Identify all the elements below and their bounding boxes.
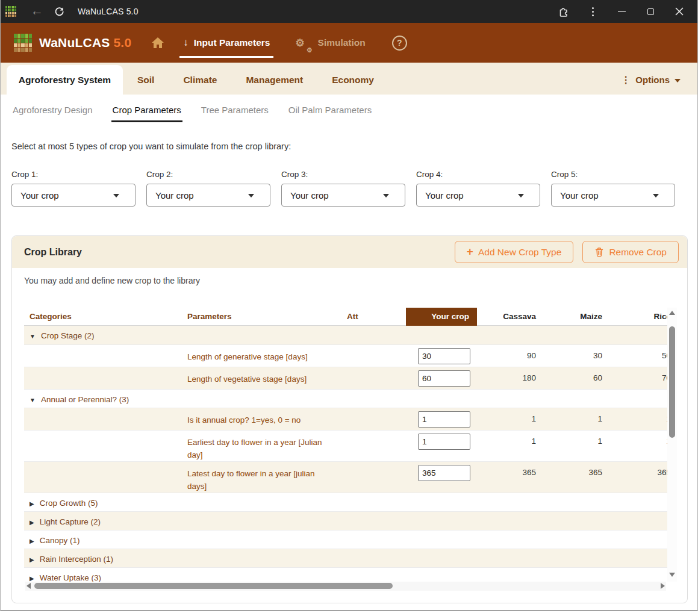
tab-label: Climate (183, 75, 217, 86)
tab-soil[interactable]: Soil (123, 65, 169, 95)
param-label: Latest day to flower in a year [julian d… (182, 462, 341, 493)
tab-economy[interactable]: Economy (317, 65, 388, 95)
crop-1-label: Crop 1: (11, 170, 136, 179)
tab-label: Soil (137, 75, 154, 86)
your-crop-input[interactable] (418, 370, 470, 387)
tab-agroforestry-system[interactable]: Agroforestry System (7, 65, 123, 95)
subtab-oil-palm-parameters[interactable]: Oil Palm Parameters (287, 95, 373, 120)
category-row-canopy[interactable]: ▶Canopy (1) (24, 530, 667, 549)
category-row-rain-interception[interactable]: ▶Rain Interception (1) (24, 549, 667, 567)
crop-4-label: Crop 4: (416, 170, 540, 179)
crop-4-group: Crop 4: Your crop (416, 170, 540, 207)
reload-icon[interactable] (54, 7, 64, 17)
nav-input-parameters[interactable]: ↓ Input Parameters (181, 23, 272, 63)
your-crop-input[interactable] (418, 348, 470, 364)
param-row: Length of generative stage [days] 90 30 … (24, 344, 667, 367)
category-label: Water Uptake (3) (40, 573, 101, 582)
rice-value: 1 (606, 431, 667, 461)
main-tab-bar: Agroforestry System Soil Climate Managem… (1, 63, 697, 95)
subtab-agroforestry-design[interactable]: Agroforestry Design (11, 95, 94, 120)
wanulcas-logo-icon (14, 34, 32, 52)
category-row-annual-perennial[interactable]: ▼Annual or Perennial? (3) (24, 389, 667, 408)
crop-selectors: Crop 1: Your crop Crop 2: Your crop Crop… (11, 170, 697, 207)
scroll-right-icon[interactable] (661, 583, 665, 589)
cassava-value: 90 (477, 345, 540, 367)
remove-crop-button[interactable]: Remove Crop (582, 241, 679, 263)
kebab-icon: ⋮ (621, 74, 631, 86)
maximize-button[interactable] (638, 2, 662, 21)
chevron-down-icon (675, 79, 681, 82)
rice-value: 365 (606, 462, 667, 493)
your-crop-input[interactable] (418, 411, 470, 428)
crop-2-label: Crop 2: (146, 170, 270, 179)
horizontal-scroll-thumb[interactable] (34, 583, 393, 589)
crop-2-group: Crop 2: Your crop (146, 170, 270, 207)
category-row-light-capture[interactable]: ▶Light Capture (2) (24, 511, 667, 530)
dropdown-arrow-icon (113, 194, 119, 198)
dropdown-arrow-icon (518, 194, 524, 198)
intro-text: Select at most 5 types of crop you want … (11, 142, 697, 151)
browser-menu-icon[interactable] (581, 2, 605, 21)
col-rice: Rice (606, 308, 667, 326)
maize-value: 1 (540, 408, 606, 430)
back-icon[interactable]: ← (31, 4, 43, 18)
your-crop-input[interactable] (418, 465, 470, 481)
crop-1-select[interactable]: Your crop (11, 184, 136, 207)
crop-5-value: Your crop (560, 190, 599, 201)
category-row-crop-stage[interactable]: ▼Crop Stage (2) (24, 326, 667, 344)
help-icon[interactable]: ? (392, 36, 407, 51)
home-icon[interactable] (151, 36, 165, 49)
param-row: Is it annual crop? 1=yes, 0 = no 1 1 1 (24, 408, 667, 430)
tab-management[interactable]: Management (231, 65, 317, 95)
collapse-arrow-icon: ▼ (30, 333, 36, 340)
brand-name: WaNuLCAS (39, 36, 110, 49)
plus-icon: + (467, 245, 473, 258)
category-label: Crop Growth (5) (40, 499, 98, 508)
vertical-scrollbar[interactable] (667, 308, 677, 582)
gear-small-icon: ⚙ (307, 46, 313, 54)
tab-label: Agroforestry System (19, 75, 111, 86)
rice-value: 70 (606, 367, 667, 389)
dropdown-arrow-icon (653, 194, 659, 198)
down-arrow-icon: ↓ (183, 37, 189, 49)
scroll-left-icon[interactable] (26, 583, 31, 589)
crop-3-group: Crop 3: Your crop (281, 170, 405, 207)
minimize-button[interactable] (609, 2, 634, 21)
scroll-down-icon[interactable] (669, 573, 675, 577)
subtab-crop-parameters[interactable]: Crop Parameters (111, 95, 182, 122)
category-label: Canopy (1) (40, 536, 80, 545)
param-row: Length of vegetative stage [days] 180 60… (24, 367, 667, 389)
col-cassava: Cassava (477, 308, 540, 326)
crop-library-card: Crop Library + Add New Crop Type Remove … (11, 235, 688, 603)
your-crop-input[interactable] (418, 434, 470, 450)
maize-value: 1 (540, 431, 606, 461)
expand-arrow-icon: ▶ (30, 500, 34, 507)
crop-1-group: Crop 1: Your crop (11, 170, 136, 207)
add-new-crop-type-button[interactable]: + Add New Crop Type (455, 241, 574, 263)
extensions-icon[interactable] (552, 2, 576, 21)
subtab-tree-parameters[interactable]: Tree Parameters (200, 95, 270, 120)
app-header: WaNuLCAS5.0 ↓ Input Parameters ⚙⚙ Simula… (1, 23, 697, 63)
col-parameters: Parameters (182, 308, 341, 326)
category-row-water-uptake[interactable]: ▶Water Uptake (3) (24, 567, 667, 582)
nav-simulation[interactable]: ⚙⚙ Simulation (293, 23, 367, 63)
options-menu[interactable]: ⋮ Options (621, 65, 691, 95)
scroll-up-icon[interactable] (669, 311, 675, 315)
param-row: Earliest day to flower in a year [Julian… (24, 430, 667, 461)
param-label: Length of vegetative stage [days] (182, 367, 341, 389)
horizontal-scrollbar[interactable] (25, 582, 666, 591)
crop-3-select[interactable]: Your crop (281, 184, 405, 207)
remove-crop-label: Remove Crop (609, 247, 667, 258)
expand-arrow-icon: ▶ (30, 556, 34, 563)
crop-4-select[interactable]: Your crop (416, 184, 540, 207)
close-button[interactable] (667, 2, 691, 21)
crop-5-select[interactable]: Your crop (551, 184, 675, 207)
tab-climate[interactable]: Climate (169, 65, 231, 95)
param-label: Is it annual crop? 1=yes, 0 = no (182, 408, 341, 430)
crop-2-select[interactable]: Your crop (146, 184, 270, 207)
category-row-crop-growth[interactable]: ▶Crop Growth (5) (24, 493, 667, 511)
col-att: Att (341, 308, 393, 326)
vertical-scroll-thumb[interactable] (669, 326, 675, 438)
col-your-crop[interactable]: Your crop (406, 308, 477, 326)
crop-table: Categories Parameters Att Your crop Cass… (24, 308, 667, 582)
